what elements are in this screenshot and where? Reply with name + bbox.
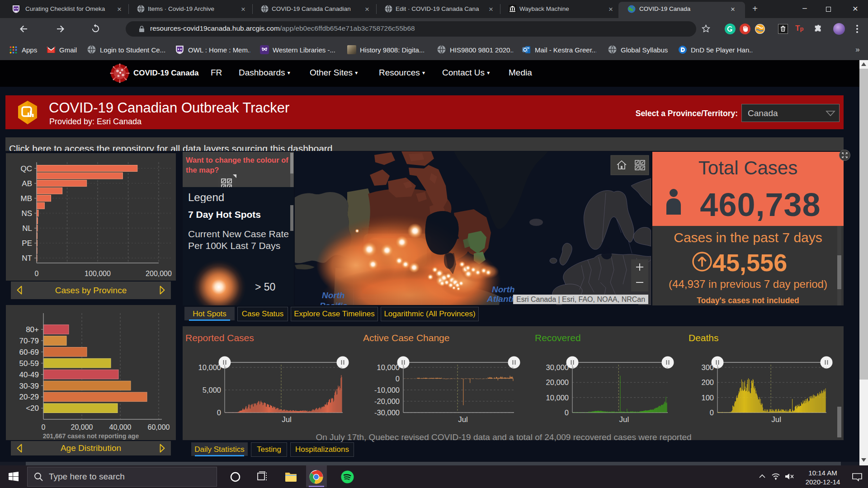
svg-text:North: North [492,285,515,294]
svg-text:20,000: 20,000 [71,423,93,431]
svg-text:80+: 80+ [26,325,39,334]
svg-text:North: North [322,291,345,300]
svg-text:20-29: 20-29 [19,393,39,401]
svg-text:0: 0 [35,270,39,277]
svg-text:60,000: 60,000 [148,423,170,431]
svg-text:40,000: 40,000 [109,423,132,431]
svg-text:AB: AB [22,179,32,188]
svg-text:30-39: 30-39 [19,382,39,390]
svg-text:201,667 cases not reporting ag: 201,667 cases not reporting age [43,432,139,440]
svg-text:NS: NS [21,209,32,218]
svg-text:MB: MB [21,194,33,203]
svg-text:Esri Canada | Esri, FAO, NOAA,: Esri Canada | Esri, FAO, NOAA, NRCan [516,296,645,303]
svg-text:50-59: 50-59 [19,359,39,368]
svg-text:40-49: 40-49 [19,371,39,379]
svg-text:Ocean: Ocean [489,304,515,305]
svg-text:NL: NL [22,224,32,233]
svg-text:<20: <20 [26,404,39,413]
svg-text:PE: PE [22,239,32,248]
svg-text:0: 0 [42,423,46,431]
svg-text:200,000: 200,000 [146,270,172,277]
svg-text:Pacific: Pacific [320,301,348,305]
svg-text:70-79: 70-79 [19,337,39,345]
svg-text:100,000: 100,000 [85,270,111,277]
svg-text:60-69: 60-69 [19,348,39,357]
svg-text:NT: NT [22,254,32,263]
svg-text:QC: QC [21,164,33,173]
